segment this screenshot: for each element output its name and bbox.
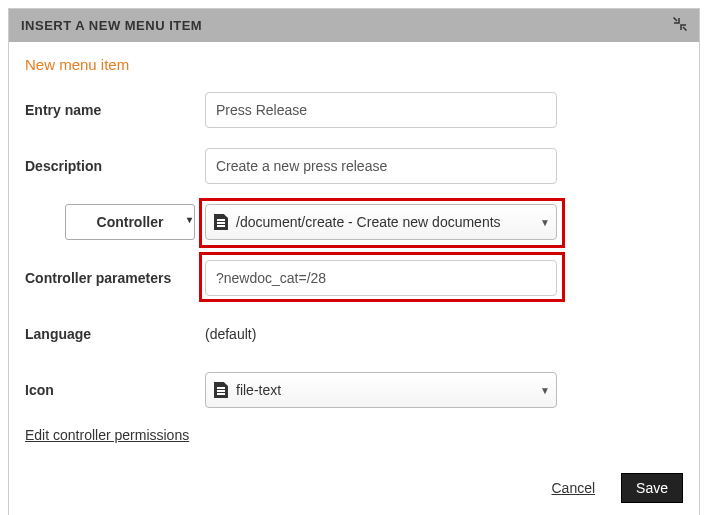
- description-label: Description: [25, 158, 205, 174]
- row-controller-params: Controller parameters: [25, 259, 683, 297]
- controller-type-value: Controller: [97, 214, 164, 230]
- controller-type-select[interactable]: Controller ▾: [65, 204, 195, 240]
- entry-name-label: Entry name: [25, 102, 205, 118]
- row-controller: Controller ▾ /document/create - Create n…: [25, 203, 683, 241]
- controller-path-value: /document/create - Create new documents: [236, 214, 501, 230]
- controller-path-select[interactable]: /document/create - Create new documents …: [205, 204, 557, 240]
- caret-down-icon: ▼: [540, 217, 550, 228]
- icon-select-value: file-text: [236, 382, 281, 398]
- icon-select[interactable]: file-text ▼: [205, 372, 557, 408]
- dialog-header: INSERT A NEW MENU ITEM: [9, 9, 699, 42]
- collapse-icon[interactable]: [673, 17, 687, 34]
- language-label: Language: [25, 326, 205, 342]
- entry-name-input[interactable]: [205, 92, 557, 128]
- language-value: (default): [205, 326, 256, 342]
- icon-label: Icon: [25, 382, 205, 398]
- dialog-title: INSERT A NEW MENU ITEM: [21, 18, 202, 33]
- row-icon: Icon file-text ▼: [25, 371, 683, 409]
- cancel-button[interactable]: Cancel: [545, 479, 601, 497]
- description-input[interactable]: [205, 148, 557, 184]
- edit-permissions-link[interactable]: Edit controller permissions: [25, 427, 189, 443]
- dialog-body: New menu item Entry name Description Con…: [9, 42, 699, 515]
- controller-params-input[interactable]: [205, 260, 557, 296]
- file-text-icon: [214, 382, 228, 398]
- row-entry-name: Entry name: [25, 91, 683, 129]
- section-title: New menu item: [25, 56, 683, 73]
- save-button[interactable]: Save: [621, 473, 683, 503]
- row-language: Language (default): [25, 315, 683, 353]
- chevron-down-icon: ▾: [187, 214, 192, 225]
- dialog-footer: Cancel Save: [25, 443, 683, 503]
- dialog-panel: INSERT A NEW MENU ITEM New menu item Ent…: [8, 8, 700, 515]
- file-text-icon: [214, 214, 228, 230]
- row-description: Description: [25, 147, 683, 185]
- caret-down-icon: ▼: [540, 385, 550, 396]
- controller-params-label: Controller parameters: [25, 270, 205, 286]
